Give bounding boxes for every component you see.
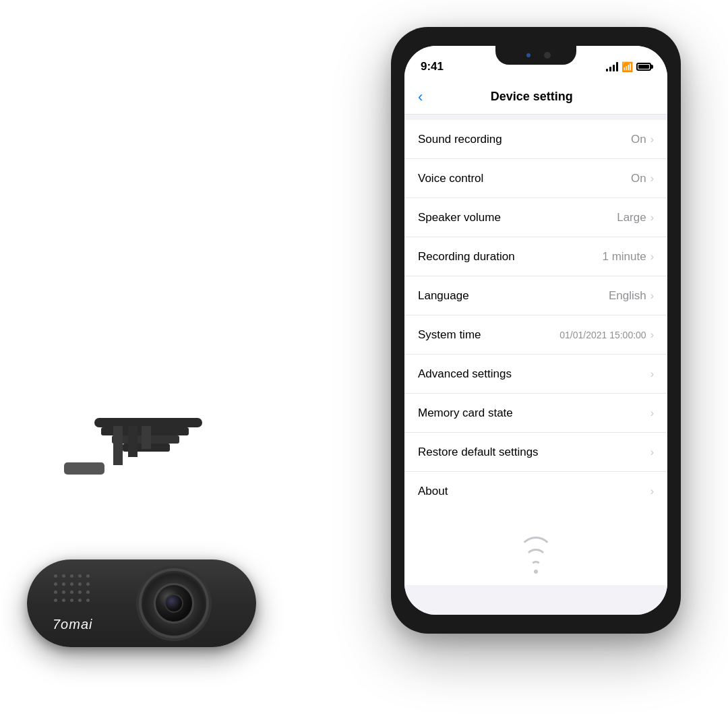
camera-lens-center xyxy=(164,594,183,613)
speaker-grille xyxy=(54,574,91,603)
scene: 9:41 📶 xyxy=(0,0,728,728)
chevron-icon-recording-duration: › xyxy=(650,251,654,263)
notch-indicator xyxy=(526,53,530,57)
setting-label-speaker-volume: Speaker volume xyxy=(418,211,617,224)
wifi-icon: 📶 xyxy=(621,61,633,72)
usb-connector xyxy=(64,462,104,475)
front-camera xyxy=(544,52,551,59)
setting-value-recording-duration: 1 minute xyxy=(602,250,646,264)
setting-recording-duration[interactable]: Recording duration 1 minute › xyxy=(404,237,667,276)
setting-label-recording-duration: Recording duration xyxy=(418,250,602,264)
setting-value-voice-control: On xyxy=(631,172,646,185)
setting-language[interactable]: Language English › xyxy=(404,276,667,315)
setting-label-voice-control: Voice control xyxy=(418,172,631,185)
setting-value-speaker-volume: Large xyxy=(617,211,646,224)
notch xyxy=(495,46,576,65)
setting-label-about: About xyxy=(418,485,646,498)
camera-body: 7omai xyxy=(27,559,256,647)
settings-section-main: Sound recording On › Voice control On › … xyxy=(404,120,667,511)
setting-advanced-settings[interactable]: Advanced settings › xyxy=(404,355,667,394)
setting-value-language: English xyxy=(609,289,646,303)
status-bar: 9:41 📶 xyxy=(404,46,667,80)
setting-label-sound-recording: Sound recording xyxy=(418,133,631,146)
mount-post-1 xyxy=(113,426,123,465)
setting-about[interactable]: About › xyxy=(404,472,667,511)
phone-screen: 9:41 📶 xyxy=(404,46,667,615)
setting-restore-default[interactable]: Restore default settings › xyxy=(404,433,667,472)
setting-value-sound-recording: On xyxy=(631,133,646,146)
chevron-icon-language: › xyxy=(650,290,654,302)
chevron-icon-speaker-volume: › xyxy=(650,212,654,224)
mount-post-2 xyxy=(128,426,138,457)
camera-brand: 7omai xyxy=(53,617,92,632)
setting-label-restore-default: Restore default settings xyxy=(418,446,646,459)
wifi-animation-icon xyxy=(516,538,556,572)
setting-speaker-volume[interactable]: Speaker volume Large › xyxy=(404,198,667,237)
settings-list: Sound recording On › Voice control On › … xyxy=(404,115,667,615)
wifi-bottom-area xyxy=(404,511,667,585)
status-time: 9:41 xyxy=(421,60,444,73)
setting-label-advanced-settings: Advanced settings xyxy=(418,367,646,381)
dashcam-device: 7omai xyxy=(27,418,270,647)
setting-system-time[interactable]: System time 01/01/2021 15:00:00 › xyxy=(404,315,667,355)
mount-post-3 xyxy=(142,426,151,449)
setting-label-memory-card-state: Memory card state xyxy=(418,406,646,420)
chevron-icon-voice-control: › xyxy=(650,173,654,185)
setting-sound-recording[interactable]: Sound recording On › xyxy=(404,120,667,159)
back-button[interactable]: ‹ xyxy=(418,88,423,106)
chevron-icon-system-time: › xyxy=(650,329,654,341)
phone-device: 9:41 📶 xyxy=(391,27,681,634)
camera-lens-inner xyxy=(154,583,194,624)
signal-icon xyxy=(606,62,618,71)
setting-label-language: Language xyxy=(418,289,609,303)
chevron-icon-restore-default: › xyxy=(650,446,654,458)
status-icons: 📶 xyxy=(606,61,651,72)
chevron-icon-advanced-settings: › xyxy=(650,368,654,380)
setting-memory-card-state[interactable]: Memory card state › xyxy=(404,394,667,433)
battery-icon xyxy=(636,63,651,71)
setting-voice-control[interactable]: Voice control On › xyxy=(404,159,667,198)
nav-bar: ‹ Device setting xyxy=(404,80,667,115)
chevron-icon-about: › xyxy=(650,485,654,497)
chevron-icon-memory-card-state: › xyxy=(650,407,654,419)
page-title: Device setting xyxy=(429,90,634,104)
chevron-icon-sound-recording: › xyxy=(650,133,654,146)
camera-lens-outer xyxy=(142,571,206,636)
setting-label-system-time: System time xyxy=(418,328,559,342)
setting-value-system-time: 01/01/2021 15:00:00 xyxy=(559,330,646,340)
